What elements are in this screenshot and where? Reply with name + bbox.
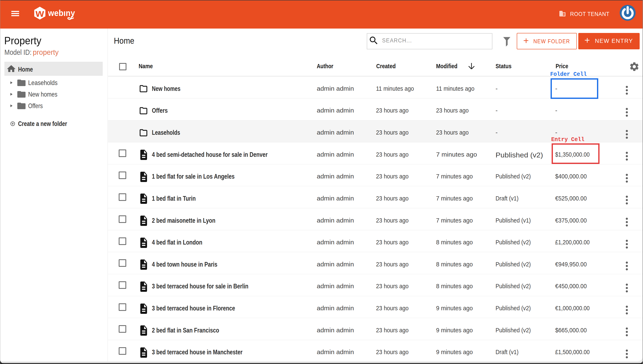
svg-text:w: w [35,7,44,19]
